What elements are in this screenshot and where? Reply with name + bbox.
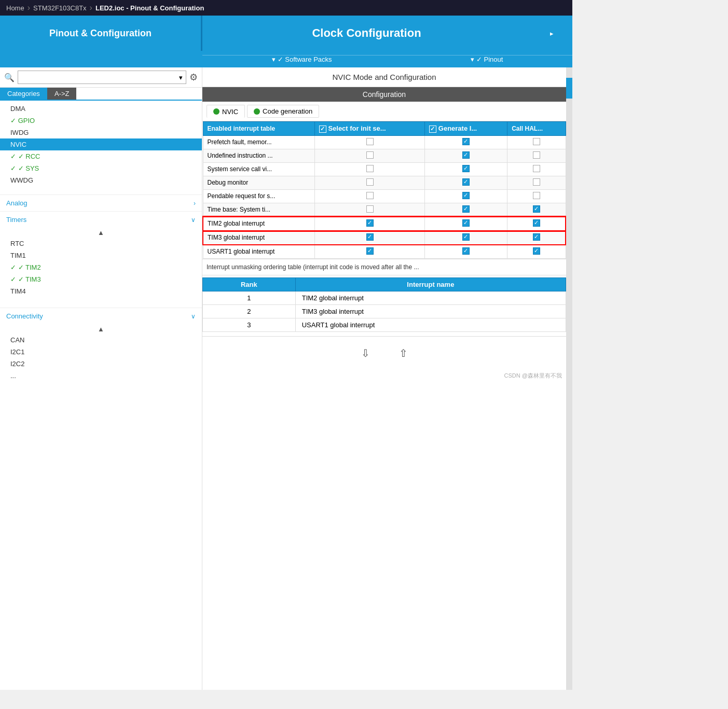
sidebar-item-i2c1[interactable]: I2C1 (0, 346, 202, 358)
sort-down-button[interactable]: ⇩ (357, 345, 374, 362)
tab-right[interactable]: ▸ (531, 16, 572, 51)
generate-cell-usart1[interactable] (425, 245, 507, 259)
main-layout: 🔍 ▾ ⚙ Categories A->Z DMA GPIO IWDG NVIC… (0, 67, 572, 690)
hal-cell[interactable] (507, 176, 566, 189)
pinout-item[interactable]: ▾ ✓ Pinout (471, 55, 503, 63)
rank-header: Rank (203, 277, 296, 291)
hal-cell[interactable] (507, 135, 566, 149)
generate-cell[interactable] (425, 135, 507, 149)
generate-cell-tim3[interactable] (425, 231, 507, 245)
sidebar-item-tim1[interactable]: TIM1 (0, 249, 202, 261)
tab-categories[interactable]: Categories (0, 88, 47, 100)
watermark: CSDN @森林里有不我 (202, 370, 566, 382)
breadcrumb-home[interactable]: Home (6, 4, 24, 12)
sidebar-item-iwdg[interactable]: IWDG (0, 127, 202, 138)
select-cell[interactable] (315, 189, 425, 203)
breadcrumb-file[interactable]: LED2.ioc - Pinout & Configuration (95, 4, 204, 12)
sidebar-item-tim2[interactable]: ✓ TIM2 (0, 261, 202, 273)
sidebar-item-i2c2[interactable]: I2C2 (0, 358, 202, 370)
sidebar-item-rtc[interactable]: RTC (0, 238, 202, 249)
codegen-dot-icon (254, 108, 260, 115)
timers-label: Timers (6, 216, 26, 224)
interrupt-name-cell: Time base: System ti... (203, 203, 315, 217)
software-packs-item[interactable]: ▾ ✓ Software Packs (272, 55, 332, 63)
generate-cell-tim2[interactable] (425, 217, 507, 231)
interrupt-name-cell: Prefetch fault, memor... (203, 135, 315, 149)
generate-cell[interactable] (425, 203, 507, 217)
select-cell-tim2[interactable] (315, 217, 425, 231)
select-cell[interactable] (315, 162, 425, 176)
breadcrumb: Home › STM32F103C8Tx › LED2.ioc - Pinout… (0, 0, 572, 16)
sidebar-item-tim3[interactable]: ✓ TIM3 (0, 273, 202, 285)
search-input-wrapper[interactable]: ▾ (18, 71, 186, 84)
nvic-mode-title: NVIC Mode and Configuration (202, 67, 566, 87)
gear-icon[interactable]: ⚙ (189, 72, 198, 83)
rank-2: 2 (203, 304, 296, 318)
generate-cell[interactable] (425, 162, 507, 176)
ordering-note: Interrupt unmasking ordering table (inte… (202, 259, 566, 275)
content-area: NVIC Mode and Configuration Configuratio… (202, 67, 566, 690)
connectivity-arrow-icon: ∨ (191, 313, 196, 320)
rank-row: 3 USART1 global interrupt (203, 318, 566, 331)
checkbox-header-1[interactable]: ✓ (319, 126, 326, 133)
hal-cell-tim2[interactable] (507, 217, 566, 231)
col-header-hal: Call HAL... (507, 122, 566, 136)
hal-cell[interactable] (507, 203, 566, 217)
rank-1-name: TIM2 global interrupt (295, 291, 566, 304)
hal-cell[interactable] (507, 189, 566, 203)
sidebar-group-analog[interactable]: Analog › (0, 194, 202, 211)
select-cell[interactable] (315, 203, 425, 217)
sidebar-group-connectivity[interactable]: Connectivity ∨ (0, 308, 202, 324)
breadcrumb-device[interactable]: STM32F103C8Tx (33, 4, 87, 12)
sort-up-button[interactable]: ⇧ (395, 345, 412, 362)
tab-clock[interactable]: Clock Configuration (202, 16, 531, 51)
hal-cell[interactable] (507, 162, 566, 176)
generate-cell[interactable] (425, 176, 507, 189)
search-icon: 🔍 (4, 73, 15, 82)
sidebar-item-can[interactable]: CAN (0, 334, 202, 346)
sidebar-item-gpio[interactable]: GPIO (0, 115, 202, 127)
tab-nvic[interactable]: NVIC (207, 105, 245, 118)
generate-cell[interactable] (425, 149, 507, 162)
hal-cell[interactable] (507, 149, 566, 162)
tab-pinout[interactable]: Pinout & Configuration (0, 16, 202, 51)
select-cell[interactable] (315, 135, 425, 149)
rank-1: 1 (203, 291, 296, 304)
tab-code-generation[interactable]: Code generation (247, 105, 319, 118)
col-header-generate: ✓ Generate I... (425, 122, 507, 136)
select-cell-usart1[interactable] (315, 245, 425, 259)
select-cell-tim3[interactable] (315, 231, 425, 245)
sidebar-item-wwdg[interactable]: WWDG (0, 174, 202, 186)
analog-arrow-icon: › (194, 200, 196, 207)
hal-cell-tim3[interactable] (507, 231, 566, 245)
timers-arrow-icon: ∨ (191, 216, 196, 224)
codegen-tab-label: Code generation (263, 107, 312, 115)
select-cell[interactable] (315, 176, 425, 189)
sidebar-item-tim4[interactable]: TIM4 (0, 285, 202, 297)
rank-row: 1 TIM2 global interrupt (203, 291, 566, 304)
rank-3-name: USART1 global interrupt (295, 318, 566, 331)
right-scrollbar[interactable] (566, 67, 572, 690)
tab-az[interactable]: A->Z (47, 88, 77, 100)
rank-row: 2 TIM3 global interrupt (203, 304, 566, 318)
sidebar-item-dma[interactable]: DMA (0, 103, 202, 115)
timers-scroll-up[interactable]: ▲ (0, 228, 202, 238)
col-header-select: ✓ Select for init se... (315, 122, 425, 136)
sidebar-item-sys[interactable]: ✓ SYS (0, 162, 202, 174)
table-row: Time base: System ti... (203, 203, 566, 217)
sidebar-item-rcc[interactable]: ✓ RCC (0, 150, 202, 162)
nvic-table: Enabled interrupt table ✓ Select for ini… (202, 121, 566, 259)
sidebar-group-timers[interactable]: Timers ∨ (0, 211, 202, 228)
select-cell[interactable] (315, 149, 425, 162)
hal-cell-usart1[interactable] (507, 245, 566, 259)
sidebar-item-more[interactable]: ... (0, 370, 202, 382)
generate-cell[interactable] (425, 189, 507, 203)
chevron-down-icon-2: ▾ (471, 55, 474, 63)
connectivity-scroll-up[interactable]: ▲ (0, 324, 202, 334)
scroll-thumb[interactable] (566, 78, 572, 99)
pinout-label: ✓ Pinout (476, 55, 503, 63)
checkbox-header-2[interactable]: ✓ (429, 126, 436, 133)
sw-packs-bar: ▾ ✓ Software Packs ▾ ✓ Pinout (0, 51, 572, 67)
sidebar-item-nvic[interactable]: NVIC (0, 138, 202, 150)
category-tabs: Categories A->Z (0, 88, 202, 101)
